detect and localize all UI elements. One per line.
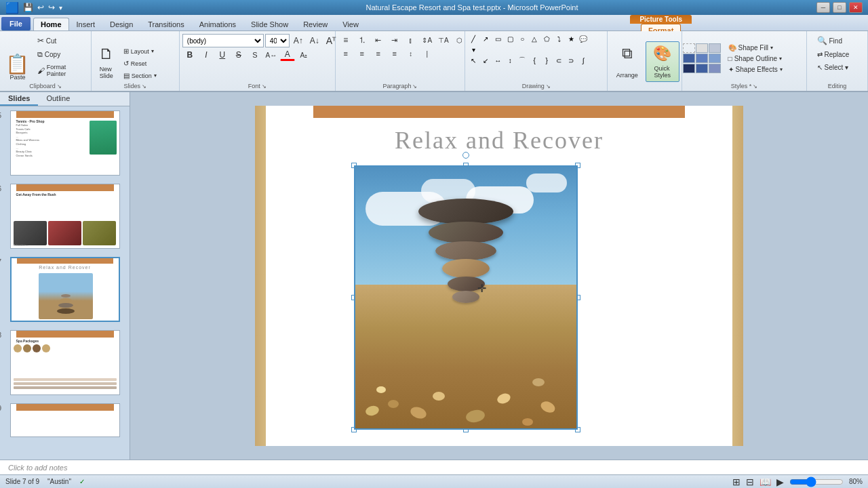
- shape-styles-expand[interactable]: ↘: [753, 83, 757, 89]
- replace-button[interactable]: ⇄ Replace: [814, 49, 861, 60]
- zoom-slider[interactable]: [789, 478, 844, 486]
- columns-button[interactable]: ⫿: [403, 34, 418, 46]
- cut-button[interactable]: ✂ Cut: [34, 34, 88, 47]
- slide-sorter-icon[interactable]: ⊟: [746, 476, 754, 487]
- arrow-shape[interactable]: ↗: [480, 34, 491, 43]
- bullets-button[interactable]: ≡: [338, 34, 353, 46]
- underline-button[interactable]: U: [215, 49, 230, 61]
- rounded-rect-shape[interactable]: ▢: [505, 34, 515, 43]
- align-left-button[interactable]: ≡: [338, 47, 353, 60]
- shape2-8[interactable]: ⊂: [553, 56, 564, 65]
- style-swatch-8[interactable]: [696, 64, 708, 73]
- slide-thumb-5[interactable]: 5 Tennis · Pro Shop Full SalonTennis Caf…: [10, 110, 120, 176]
- slide-thumb-9[interactable]: 9: [10, 403, 120, 437]
- style-swatch-2[interactable]: [696, 43, 708, 53]
- redo-icon[interactable]: ↪: [48, 3, 55, 12]
- normal-view-icon[interactable]: ⊞: [732, 476, 741, 487]
- new-slide-button[interactable]: 🗋 New Slide: [94, 42, 119, 83]
- maximize-button[interactable]: □: [833, 2, 846, 13]
- strikethrough-button[interactable]: S: [231, 49, 246, 61]
- align-text-button[interactable]: ⊤A: [436, 34, 451, 46]
- tab-home[interactable]: Home: [33, 18, 69, 30]
- shape2-10[interactable]: ∫: [578, 56, 589, 65]
- slideshow-icon[interactable]: ▶: [776, 476, 784, 487]
- close-button[interactable]: ✕: [849, 2, 863, 13]
- font-color-button[interactable]: A: [280, 49, 295, 61]
- style-swatch-4[interactable]: [683, 54, 695, 63]
- reset-button[interactable]: ↺ Reset: [120, 58, 176, 69]
- layout-button[interactable]: ⊞ Layout ▾: [120, 45, 176, 57]
- shape2-6[interactable]: {: [529, 56, 540, 65]
- subscript-button[interactable]: A₂: [296, 49, 311, 61]
- notes-area[interactable]: Click to add notes: [0, 460, 868, 474]
- format-painter-button[interactable]: 🖌 Format Painter: [34, 62, 88, 79]
- decrease-indent-button[interactable]: ⇤: [371, 34, 386, 46]
- star-shape[interactable]: ★: [566, 34, 576, 43]
- line-shape[interactable]: ╱: [468, 34, 479, 43]
- selected-image-container[interactable]: ✛: [354, 165, 578, 430]
- slide-title[interactable]: Relax and Recover: [293, 126, 705, 155]
- char-spacing-button[interactable]: A↔: [264, 49, 279, 61]
- callout-shape[interactable]: 💬: [578, 34, 589, 43]
- slides-panel-tab[interactable]: Slides: [0, 92, 38, 106]
- handle-rotate[interactable]: [462, 152, 469, 159]
- paste-button[interactable]: 📋 Paste: [3, 34, 33, 83]
- justify-button[interactable]: ≡: [387, 47, 402, 60]
- shape2-2[interactable]: ↙: [480, 56, 491, 65]
- text-direction-button[interactable]: ⇕A: [420, 34, 435, 46]
- tab-transitions[interactable]: Transitions: [140, 18, 191, 30]
- slide-thumb-7[interactable]: 7 Relax and Recover: [10, 257, 120, 322]
- save-icon[interactable]: 💾: [23, 3, 33, 12]
- more-shapes[interactable]: ▾: [468, 45, 479, 54]
- clipboard-expand[interactable]: ↘: [57, 83, 62, 89]
- find-button[interactable]: 🔍 Find: [814, 34, 861, 47]
- style-swatch-9[interactable]: [709, 64, 721, 73]
- style-swatch-5[interactable]: [696, 54, 708, 63]
- style-swatch-7[interactable]: [683, 64, 695, 73]
- shape-fill-button[interactable]: 🎨 Shape Fill ▾: [725, 43, 806, 53]
- font-size-select[interactable]: 40: [265, 34, 290, 47]
- section-button[interactable]: ▤ Section ▾: [120, 70, 176, 81]
- minimize-button[interactable]: ─: [816, 2, 830, 13]
- numbering-button[interactable]: ⒈: [355, 34, 370, 46]
- bold-button[interactable]: B: [182, 49, 197, 61]
- italic-button[interactable]: I: [199, 49, 214, 61]
- arrange-button[interactable]: ⧉ Arrange: [610, 41, 644, 82]
- shape2-1[interactable]: ↖: [468, 56, 479, 65]
- canvas-area[interactable]: Relax and Recover: [130, 92, 868, 460]
- style-swatch-6[interactable]: [709, 54, 721, 63]
- select-button[interactable]: ↖ Select ▾: [814, 62, 861, 73]
- tab-file[interactable]: File: [1, 17, 31, 30]
- shape2-9[interactable]: ⊃: [566, 56, 576, 65]
- undo-icon[interactable]: ↩: [37, 3, 44, 12]
- tab-design[interactable]: Design: [102, 18, 140, 30]
- slide-thumb-6[interactable]: 6 Get Away From the Rush Relaxation...: [10, 184, 120, 249]
- copy-button[interactable]: ⧉ Copy: [34, 48, 88, 61]
- tab-view[interactable]: View: [335, 18, 366, 30]
- tab-slideshow[interactable]: Slide Show: [243, 18, 296, 30]
- shape2-5[interactable]: ⌒: [517, 56, 528, 65]
- shape2-7[interactable]: }: [541, 56, 552, 65]
- shape-outline-button[interactable]: □ Shape Outline ▾: [725, 54, 806, 64]
- outline-panel-tab[interactable]: Outline: [38, 92, 78, 106]
- triangle-shape[interactable]: △: [529, 34, 540, 43]
- shape-effects-button[interactable]: ✦ Shape Effects ▾: [725, 64, 806, 75]
- slide-thumb-8[interactable]: 8 Spa Packages: [10, 330, 120, 395]
- shape2-3[interactable]: ↔: [492, 56, 503, 65]
- style-swatch-1[interactable]: [683, 43, 695, 53]
- align-right-button[interactable]: ≡: [371, 47, 386, 60]
- paragraph-expand[interactable]: ↘: [412, 83, 417, 89]
- decrease-font-button[interactable]: A↓: [307, 35, 322, 47]
- slides-expand[interactable]: ↘: [142, 83, 146, 89]
- slide[interactable]: Relax and Recover: [266, 106, 732, 446]
- tab-insert[interactable]: Insert: [69, 18, 103, 30]
- customize-icon[interactable]: ▾: [59, 4, 62, 12]
- pentagon-shape[interactable]: ⬠: [541, 34, 552, 43]
- rect-shape[interactable]: ▭: [492, 34, 503, 43]
- font-name-select[interactable]: (body): [182, 34, 264, 47]
- quick-styles-button[interactable]: 🎨 Quick Styles: [646, 41, 679, 82]
- connector-shape[interactable]: ⤵: [553, 34, 564, 43]
- style-swatch-3[interactable]: [709, 43, 721, 53]
- shape2-4[interactable]: ↕: [505, 56, 515, 65]
- col-sep-button[interactable]: |: [420, 47, 435, 60]
